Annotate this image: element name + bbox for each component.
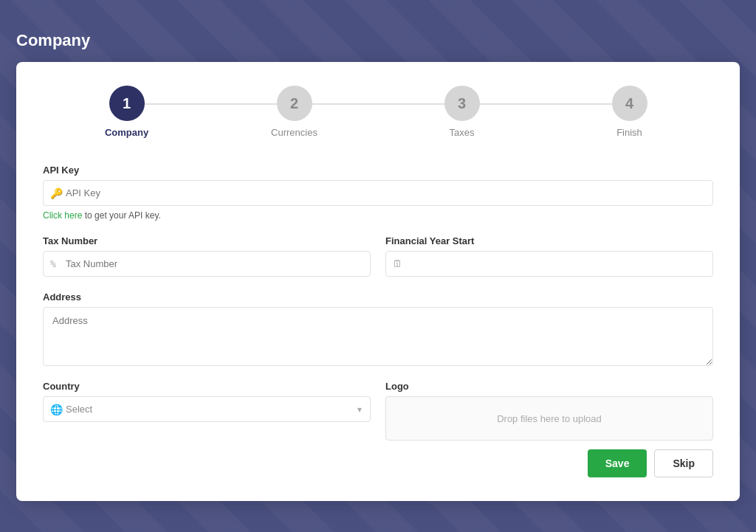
api-key-label: API Key (43, 165, 713, 176)
api-key-input[interactable] (43, 180, 713, 206)
step-label-currencies: Currencies (271, 127, 317, 138)
tax-financial-row: Tax Number % Financial Year Start 🗓 1 Ja… (43, 235, 713, 277)
step-label-company: Company (105, 127, 148, 138)
stepper-item-currencies: 2 Currencies (210, 86, 378, 138)
country-logo-row: Country 🌐 Select ▾ Logo Drop files here … (43, 381, 713, 441)
country-select[interactable]: Select (43, 396, 371, 422)
api-key-group: API Key 🔑 Click here to get your API key… (43, 165, 713, 221)
step-label-taxes: Taxes (450, 127, 475, 138)
skip-button[interactable]: Skip (654, 449, 713, 477)
step-circle-1: 1 (109, 86, 145, 121)
logo-label: Logo (385, 381, 713, 392)
page-title: Company (16, 31, 740, 50)
stepper-item-company: 1 Company (43, 86, 210, 138)
api-key-input-wrapper: 🔑 (43, 180, 713, 206)
tax-number-input-wrapper: % (43, 251, 371, 277)
step-label-finish: Finish (616, 127, 642, 138)
country-select-wrapper: 🌐 Select ▾ (43, 396, 371, 422)
address-textarea[interactable] (43, 307, 713, 366)
step-circle-3: 3 (444, 86, 480, 121)
tax-number-label: Tax Number (43, 235, 371, 246)
logo-group: Logo Drop files here to upload (385, 381, 713, 441)
stepper-item-taxes: 3 Taxes (378, 86, 546, 138)
company-form: API Key 🔑 Click here to get your API key… (43, 165, 713, 441)
api-key-link[interactable]: Click here (43, 210, 82, 221)
step-circle-2: 2 (277, 86, 312, 121)
button-row: Save Skip (43, 449, 713, 477)
country-label: Country (43, 381, 371, 392)
save-button[interactable]: Save (588, 449, 647, 477)
tax-number-input[interactable] (43, 251, 371, 277)
financial-year-input[interactable]: 1 January (385, 251, 713, 277)
logo-drop-zone[interactable]: Drop files here to upload (385, 396, 713, 441)
stepper-item-finish: 4 Finish (546, 86, 713, 138)
tax-number-group: Tax Number % (43, 235, 371, 277)
financial-year-group: Financial Year Start 🗓 1 January (385, 235, 713, 277)
stepper: 1 Company 2 Currencies 3 Taxes 4 (43, 86, 713, 138)
api-key-hint: Click here to get your API key. (43, 210, 713, 221)
drop-zone-text: Drop files here to upload (497, 413, 602, 424)
address-group: Address (43, 291, 713, 366)
step-circle-4: 4 (612, 86, 647, 121)
country-group: Country 🌐 Select ▾ (43, 381, 371, 441)
financial-year-input-wrapper: 🗓 1 January (385, 251, 713, 277)
address-label: Address (43, 291, 713, 303)
financial-year-label: Financial Year Start (385, 235, 713, 246)
main-card: 1 Company 2 Currencies 3 Taxes 4 (16, 62, 740, 501)
